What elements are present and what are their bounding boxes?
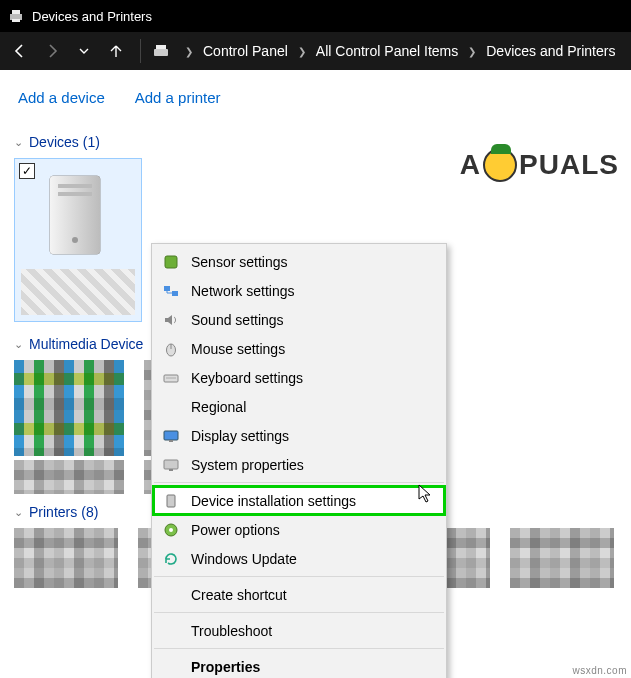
sensor-icon [161, 252, 181, 272]
power-icon [161, 520, 181, 540]
svg-rect-10 [165, 256, 177, 268]
blank-icon [161, 621, 181, 641]
svg-rect-20 [169, 469, 173, 471]
menu-label: Mouse settings [191, 341, 285, 357]
list-item[interactable] [14, 360, 124, 494]
section-count: (8) [81, 504, 98, 520]
breadcrumb-devices-printers[interactable]: Devices and Printers [482, 43, 619, 59]
menu-label: Regional [191, 399, 246, 415]
sound-icon [161, 310, 181, 330]
watermark-appuals: A PUALS [460, 148, 619, 182]
titlebar: Devices and Printers [0, 0, 631, 32]
menu-label: Properties [191, 659, 260, 675]
section-label: Printers [29, 504, 77, 520]
add-device-link[interactable]: Add a device [18, 89, 105, 106]
location-icon [151, 41, 171, 61]
menu-separator [154, 482, 444, 483]
menu-item-windows-update[interactable]: Windows Update [153, 544, 445, 573]
mascot-icon [483, 148, 517, 182]
menu-label: Keyboard settings [191, 370, 303, 386]
menu-item-network-settings[interactable]: Network settings [153, 276, 445, 305]
back-button[interactable] [8, 39, 32, 63]
svg-rect-4 [156, 45, 166, 49]
menu-item-troubleshoot[interactable]: Troubleshoot [153, 616, 445, 645]
svg-rect-7 [58, 184, 92, 188]
breadcrumb-all-items[interactable]: All Control Panel Items [312, 43, 462, 59]
section-label: Multimedia Device [29, 336, 143, 352]
svg-rect-2 [12, 19, 20, 22]
menu-item-regional[interactable]: Regional [153, 392, 445, 421]
menu-item-system-properties[interactable]: System properties [153, 450, 445, 479]
chevron-down-icon: ⌄ [14, 506, 23, 519]
chevron-right-icon[interactable]: ❯ [179, 46, 199, 57]
menu-label: System properties [191, 457, 304, 473]
svg-point-23 [169, 528, 173, 532]
device-checkbox[interactable]: ✓ [19, 163, 35, 179]
svg-rect-18 [169, 440, 173, 442]
menu-separator [154, 648, 444, 649]
watermark-text: PUALS [519, 149, 619, 181]
menu-label: Troubleshoot [191, 623, 272, 639]
display-icon [161, 426, 181, 446]
menu-label: Device installation settings [191, 493, 356, 509]
section-count: (1) [83, 134, 100, 150]
svg-rect-17 [164, 431, 178, 440]
blank-icon [161, 585, 181, 605]
menu-item-keyboard-settings[interactable]: Keyboard settings [153, 363, 445, 392]
svg-rect-11 [164, 286, 170, 291]
svg-rect-21 [167, 495, 175, 507]
network-icon [161, 281, 181, 301]
divider [140, 39, 141, 63]
menu-label: Windows Update [191, 551, 297, 567]
up-button[interactable] [104, 39, 128, 63]
menu-item-properties[interactable]: Properties [153, 652, 445, 678]
menu-label: Sensor settings [191, 254, 288, 270]
list-item[interactable] [510, 528, 614, 588]
menu-label: Power options [191, 522, 280, 538]
forward-button[interactable] [40, 39, 64, 63]
menu-item-device-installation-settings[interactable]: Device installation settings [153, 486, 445, 515]
watermark-text: A [460, 149, 481, 181]
list-item[interactable] [14, 528, 118, 588]
svg-point-9 [72, 237, 78, 243]
device-tile-this-pc[interactable]: ✓ [14, 158, 142, 322]
blank-icon [161, 397, 181, 417]
menu-item-sound-settings[interactable]: Sound settings [153, 305, 445, 334]
menu-label: Sound settings [191, 312, 284, 328]
keyboard-icon [161, 368, 181, 388]
menu-label: Create shortcut [191, 587, 287, 603]
svg-rect-3 [154, 49, 168, 56]
menu-item-create-shortcut[interactable]: Create shortcut [153, 580, 445, 609]
window-title: Devices and Printers [32, 9, 152, 24]
breadcrumb-control-panel[interactable]: Control Panel [199, 43, 292, 59]
command-bar: Add a device Add a printer [0, 70, 631, 124]
menu-separator [154, 612, 444, 613]
device-name-redacted [14, 460, 124, 494]
chevron-down-icon: ⌄ [14, 338, 23, 351]
system-icon [161, 455, 181, 475]
chevron-right-icon[interactable]: ❯ [462, 46, 482, 57]
section-label: Devices [29, 134, 79, 150]
site-credit: wsxdn.com [572, 665, 627, 676]
update-icon [161, 549, 181, 569]
navigation-bar: ❯ Control Panel ❯ All Control Panel Item… [0, 32, 631, 70]
menu-item-mouse-settings[interactable]: Mouse settings [153, 334, 445, 363]
chevron-right-icon[interactable]: ❯ [292, 46, 312, 57]
device-name-redacted [21, 269, 135, 315]
context-menu: Sensor settings Network settings Sound s… [151, 243, 447, 678]
svg-rect-19 [164, 460, 178, 469]
chevron-down-icon: ⌄ [14, 136, 23, 149]
printer-app-icon [8, 8, 24, 24]
svg-rect-8 [58, 192, 92, 196]
blank-icon [161, 657, 181, 677]
device-thumb-redacted [14, 360, 124, 456]
svg-rect-1 [12, 10, 20, 14]
add-printer-link[interactable]: Add a printer [135, 89, 221, 106]
menu-label: Display settings [191, 428, 289, 444]
computer-tower-icon [30, 169, 126, 265]
menu-item-sensor-settings[interactable]: Sensor settings [153, 247, 445, 276]
menu-item-power-options[interactable]: Power options [153, 515, 445, 544]
mouse-icon [161, 339, 181, 359]
recent-locations-button[interactable] [72, 39, 96, 63]
menu-item-display-settings[interactable]: Display settings [153, 421, 445, 450]
